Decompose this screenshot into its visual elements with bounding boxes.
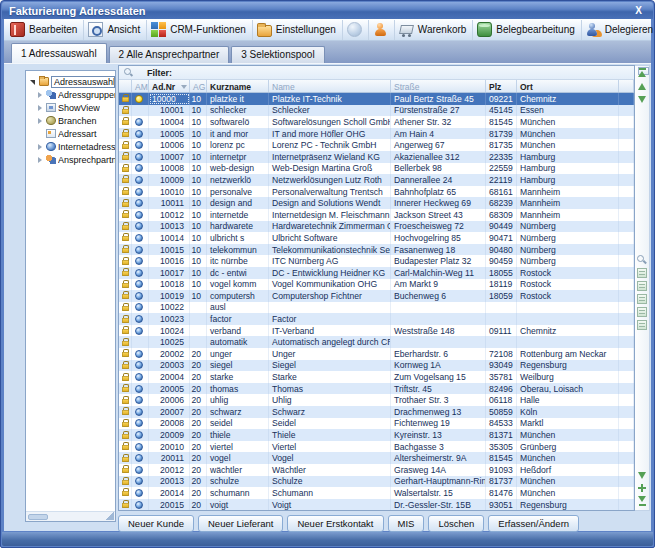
scroll-bottom-icon[interactable] [637, 496, 647, 506]
table-row[interactable]: 20006 20 uhlig Uhlig Trothaer Str. 3 061… [119, 394, 634, 406]
action-button[interactable]: MIS [388, 515, 425, 532]
toolbar-button[interactable]: Ansicht [84, 20, 147, 40]
documents-icon [477, 22, 492, 37]
table-row[interactable]: 20010 20 viertel Viertel Bachgasse 3 353… [119, 441, 634, 453]
tree-item[interactable]: Adressgruppen [26, 88, 115, 101]
scroll-top-icon[interactable] [637, 68, 647, 78]
column-header[interactable]: Plz [486, 80, 517, 92]
web-status-icon [135, 188, 143, 196]
tree-item[interactable]: Adressart [26, 127, 115, 140]
column-header[interactable] [119, 80, 132, 92]
table-row[interactable]: 20003 20 siegel Siegel Kornweg 1A 93049 … [119, 360, 634, 372]
panel-icon[interactable] [637, 294, 647, 304]
cell-strasse: Bellerbek 98 [391, 163, 486, 175]
table-row[interactable]: 10001 10 schlecker Schlecker Fürstenstra… [119, 105, 634, 117]
column-header[interactable]: Straße [391, 80, 486, 92]
table-row[interactable]: 20013 20 schulze Schulze Gerhart-Hauptma… [119, 476, 634, 488]
column-header[interactable]: AM [132, 80, 149, 92]
tab[interactable]: 1 Adressauswahl [11, 43, 107, 63]
tab[interactable]: 3 Selektionspool [231, 46, 324, 63]
expander-icon[interactable] [36, 156, 44, 164]
toolbar-button[interactable] [369, 20, 395, 40]
action-button[interactable]: Neuer Lieferant [198, 515, 283, 532]
panel-icon[interactable] [637, 307, 647, 317]
table-row[interactable]: 10005 10 it and mor IT and more Höfler O… [119, 128, 634, 140]
table-row[interactable]: 20012 20 wächtler Wächtler Grasweg 14A 9… [119, 464, 634, 476]
resize-grip[interactable] [106, 512, 114, 520]
table-row[interactable]: 10016 10 itc nürnbe ITC Nürnberg AG Buda… [119, 255, 634, 267]
table-row[interactable]: 20008 20 seidel Seidel Fichtenweg 19 845… [119, 418, 634, 430]
table-row[interactable]: 20004 20 starke Starke Zum Vogelsang 15 … [119, 371, 634, 383]
toolbar-button[interactable]: CRM-Funktionen [147, 20, 253, 40]
tree-item[interactable]: Branchen [26, 114, 115, 127]
column-header[interactable]: Ad.Nr [149, 80, 190, 92]
column-header[interactable] [619, 80, 634, 92]
tree-horizontal-scrollbar[interactable] [26, 511, 115, 521]
table-row[interactable]: 20002 20 unger Unger Eberhardstr. 6 7210… [119, 348, 634, 360]
close-button[interactable]: X [631, 5, 646, 16]
table-row[interactable]: 20011 20 vogel Vogel Altersheimerstr. 9A… [119, 452, 634, 464]
toolbar-button[interactable]: Delegieren [582, 20, 655, 40]
panel-icon[interactable] [637, 268, 647, 278]
table-row[interactable]: 10022 ausl [119, 302, 634, 314]
column-header[interactable]: Ort [517, 80, 619, 92]
table-row[interactable]: 10004 10 softwarelö Softwarelösungen Sch… [119, 116, 634, 128]
table-row[interactable]: 10025 automatik Automatisch angelegt dur… [119, 336, 634, 348]
table-row[interactable]: 10019 10 computersh Computershop Fichtne… [119, 290, 634, 302]
table-row[interactable]: 10023 factor Factor [119, 313, 634, 325]
lock-icon [122, 338, 129, 347]
tab[interactable]: 2 Alle Ansprechpartner [109, 46, 230, 63]
action-button[interactable]: Erfassen/Ändern [488, 515, 579, 532]
expander-icon[interactable] [36, 91, 44, 99]
toolbar-button[interactable] [343, 20, 369, 40]
action-button[interactable]: Löschen [428, 515, 484, 532]
table-row[interactable]: 10017 10 dc - entwi DC - Entwicklung Hei… [119, 267, 634, 279]
panel-icon[interactable] [637, 320, 647, 330]
tree-root-adressauswahl[interactable]: Adressauswahl [26, 75, 115, 88]
expander-icon[interactable] [36, 117, 44, 125]
tree-item[interactable]: Internetadressen [26, 140, 115, 153]
column-header[interactable]: Kurzname [207, 80, 269, 92]
toolbar-button[interactable]: Bearbeiten [6, 20, 84, 40]
table-row[interactable]: 20007 20 schwarz Schwarz Drachmenweg 13 … [119, 406, 634, 418]
add-icon[interactable] [637, 483, 647, 493]
scrollbar-thumb[interactable] [28, 514, 48, 520]
table-row[interactable]: 10010 10 personalve Personalverwaltung T… [119, 186, 634, 198]
filter-bar[interactable]: Filter: [119, 66, 634, 80]
table-row[interactable]: 10009 10 netzwerklö Netzwerklösungen Lut… [119, 174, 634, 186]
tree-item[interactable]: ShowView [26, 101, 115, 114]
table-row[interactable]: 20014 20 schumann Schumann Walsertalstr.… [119, 487, 634, 499]
table-row[interactable]: 10007 10 internetpr Internetpräsenz Wiel… [119, 151, 634, 163]
table-row[interactable]: 10011 10 design and Design and Solutions… [119, 197, 634, 209]
table-row[interactable]: 10012 10 internetde Internetdesign M. Fl… [119, 209, 634, 221]
panel-icon[interactable] [637, 281, 647, 291]
toolbar-button[interactable]: Warenkorb [395, 20, 474, 40]
table-row[interactable]: 10008 10 web-design Web-Design Martina G… [119, 163, 634, 175]
table-row[interactable]: 10000 10 platzke it Platzke IT-Technik P… [119, 93, 634, 105]
table-row[interactable]: 10013 10 hardwarete Hardwaretechnik Zimm… [119, 221, 634, 233]
table-row[interactable]: 10014 10 ulbricht s Ulbricht Software Ho… [119, 232, 634, 244]
scroll-down-icon[interactable] [637, 94, 647, 104]
table-row[interactable]: 10018 10 vogel komm Vogel Kommunikation … [119, 279, 634, 291]
scroll-down-icon[interactable] [637, 470, 647, 480]
column-header[interactable]: AG [190, 80, 207, 92]
expander-icon[interactable] [36, 143, 44, 151]
action-button[interactable]: Neuer Kunde [118, 515, 194, 532]
toolbar-button[interactable]: Belegbearbeitung [473, 20, 581, 40]
tree-item[interactable]: Ansprechpartner [26, 153, 115, 166]
toolbar-button[interactable]: Einstellungen [253, 20, 343, 40]
table-row[interactable]: 10015 10 telekommun Telekommunikationste… [119, 244, 634, 256]
table-row[interactable]: 20005 20 thomas Thomas Triftstr. 45 8249… [119, 383, 634, 395]
lock-cell [119, 383, 132, 395]
expander-icon[interactable] [36, 130, 44, 138]
search-icon[interactable] [637, 255, 647, 265]
expander-open-icon[interactable] [29, 78, 37, 86]
expander-icon[interactable] [36, 104, 44, 112]
action-button[interactable]: Neuer Erstkontakt [287, 515, 383, 532]
table-row[interactable]: 10024 verband IT-Verband Weststraße 148 … [119, 325, 634, 337]
table-row[interactable]: 20009 20 thiele Thiele Kyreinstr. 13 813… [119, 429, 634, 441]
table-row[interactable]: 20015 20 voigt Voigt Dr.-Gessler-Str. 15… [119, 499, 634, 510]
table-row[interactable]: 10006 10 lorenz pc Lorenz PC - Technik G… [119, 139, 634, 151]
column-header[interactable]: Name [269, 80, 391, 92]
scroll-up-icon[interactable] [637, 81, 647, 91]
